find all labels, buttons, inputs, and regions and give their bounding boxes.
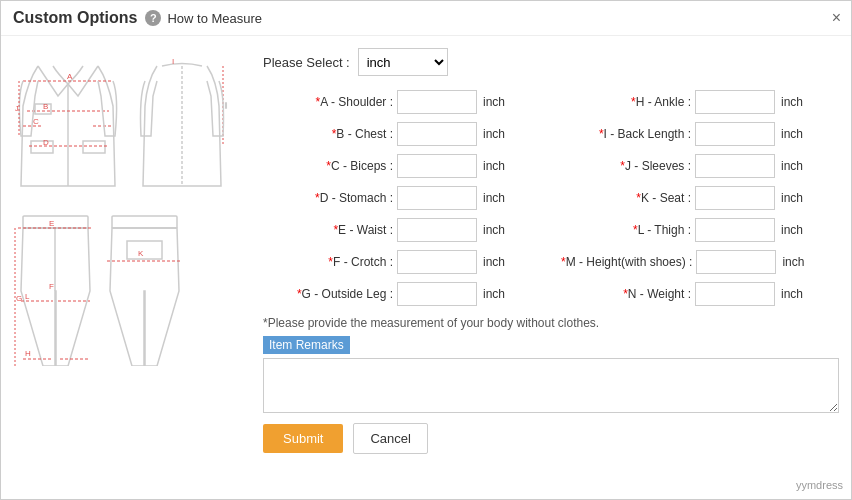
- field-label-K: *K - Seat :: [561, 191, 691, 205]
- field-input-A[interactable]: [397, 90, 477, 114]
- field-label-D: *D - Stomach :: [263, 191, 393, 205]
- field-label-F: *F - Crotch :: [263, 255, 393, 269]
- svg-text:D: D: [43, 138, 49, 147]
- field-label-A: *A - Shoulder :: [263, 95, 393, 109]
- modal-container: Custom Options ? How to Measure ×: [0, 0, 852, 500]
- field-input-I[interactable]: [695, 122, 775, 146]
- form-area: Please Select : inch cm *A - Shoulder : …: [253, 46, 839, 454]
- svg-rect-3: [83, 141, 105, 153]
- suit-bottom-row: E L H G F: [13, 211, 243, 366]
- field-input-C[interactable]: [397, 154, 477, 178]
- field-row-D: *D - Stomach : inch: [263, 186, 541, 210]
- field-row-E: *E - Waist : inch: [263, 218, 541, 242]
- field-input-H[interactable]: [695, 90, 775, 114]
- field-unit-C: inch: [483, 159, 505, 173]
- field-unit-L: inch: [781, 223, 803, 237]
- field-label-C: *C - Biceps :: [263, 159, 393, 173]
- jacket-front-svg: A B C D J: [13, 46, 123, 201]
- field-unit-I: inch: [781, 127, 803, 141]
- field-row-A: *A - Shoulder : inch: [263, 90, 541, 114]
- svg-text:I: I: [172, 57, 174, 66]
- suit-images: A B C D J: [13, 46, 243, 454]
- field-row-I: *I - Back Length : inch: [561, 122, 839, 146]
- svg-rect-2: [31, 141, 53, 153]
- field-unit-A: inch: [483, 95, 505, 109]
- field-row-M: *M - Height(with shoes) : inch: [561, 250, 839, 274]
- item-remarks-label: Item Remarks: [263, 336, 350, 354]
- measurements-grid: *A - Shoulder : inch *H - Ankle : inch *…: [263, 90, 839, 306]
- field-row-F: *F - Crotch : inch: [263, 250, 541, 274]
- field-unit-M: inch: [782, 255, 804, 269]
- field-row-K: *K - Seat : inch: [561, 186, 839, 210]
- field-input-B[interactable]: [397, 122, 477, 146]
- svg-text:G: G: [16, 294, 22, 303]
- close-button[interactable]: ×: [832, 9, 841, 27]
- field-unit-E: inch: [483, 223, 505, 237]
- help-icon[interactable]: ?: [145, 10, 161, 26]
- svg-rect-19: [23, 216, 88, 228]
- field-input-F[interactable]: [397, 250, 477, 274]
- field-row-B: *B - Chest : inch: [263, 122, 541, 146]
- svg-text:I: I: [225, 102, 227, 109]
- field-unit-F: inch: [483, 255, 505, 269]
- svg-text:C: C: [33, 117, 39, 126]
- field-label-G: *G - Outside Leg :: [263, 287, 393, 301]
- note-text: *Please provide the measurement of your …: [263, 316, 839, 330]
- field-row-G: *G - Outside Leg : inch: [263, 282, 541, 306]
- svg-text:L: L: [25, 292, 30, 301]
- please-select-label: Please Select :: [263, 55, 350, 70]
- svg-text:A: A: [67, 72, 73, 81]
- field-unit-H: inch: [781, 95, 803, 109]
- svg-text:H: H: [25, 349, 31, 358]
- field-unit-N: inch: [781, 287, 803, 301]
- field-input-N[interactable]: [695, 282, 775, 306]
- field-row-N: *N - Weight : inch: [561, 282, 839, 306]
- field-unit-B: inch: [483, 127, 505, 141]
- field-row-J: *J - Sleeves : inch: [561, 154, 839, 178]
- watermark: yymdress: [796, 479, 843, 491]
- jacket-back-svg: I I: [127, 46, 237, 201]
- unit-select-row: Please Select : inch cm: [263, 48, 839, 76]
- field-input-E[interactable]: [397, 218, 477, 242]
- field-input-G[interactable]: [397, 282, 477, 306]
- svg-rect-32: [112, 216, 177, 228]
- field-unit-G: inch: [483, 287, 505, 301]
- svg-text:J: J: [15, 105, 19, 112]
- svg-text:B: B: [43, 102, 48, 111]
- footer-row: Submit Cancel: [263, 423, 839, 454]
- field-input-D[interactable]: [397, 186, 477, 210]
- field-unit-J: inch: [781, 159, 803, 173]
- unit-select[interactable]: inch cm: [358, 48, 448, 76]
- remarks-textarea[interactable]: [263, 358, 839, 413]
- modal-title: Custom Options: [13, 9, 137, 27]
- field-label-B: *B - Chest :: [263, 127, 393, 141]
- field-input-K[interactable]: [695, 186, 775, 210]
- field-label-M: *M - Height(with shoes) :: [561, 255, 692, 269]
- pants-back-svg: K: [102, 211, 187, 366]
- field-label-H: *H - Ankle :: [561, 95, 691, 109]
- field-label-J: *J - Sleeves :: [561, 159, 691, 173]
- modal-body: A B C D J: [1, 36, 851, 464]
- cancel-button[interactable]: Cancel: [353, 423, 427, 454]
- modal-header: Custom Options ? How to Measure ×: [1, 1, 851, 36]
- field-input-L[interactable]: [695, 218, 775, 242]
- pants-front-svg: E L H G F: [13, 211, 98, 366]
- field-unit-D: inch: [483, 191, 505, 205]
- svg-text:F: F: [49, 282, 54, 291]
- field-input-J[interactable]: [695, 154, 775, 178]
- svg-text:E: E: [49, 219, 54, 228]
- field-label-L: *L - Thigh :: [561, 223, 691, 237]
- field-input-M[interactable]: [696, 250, 776, 274]
- field-row-C: *C - Biceps : inch: [263, 154, 541, 178]
- suit-top-row: A B C D J: [13, 46, 243, 201]
- how-to-measure-link[interactable]: How to Measure: [167, 11, 262, 26]
- field-row-L: *L - Thigh : inch: [561, 218, 839, 242]
- svg-text:K: K: [138, 249, 144, 258]
- field-label-I: *I - Back Length :: [561, 127, 691, 141]
- field-label-E: *E - Waist :: [263, 223, 393, 237]
- field-label-N: *N - Weight :: [561, 287, 691, 301]
- field-unit-K: inch: [781, 191, 803, 205]
- svg-rect-33: [127, 241, 162, 259]
- submit-button[interactable]: Submit: [263, 424, 343, 453]
- field-row-H: *H - Ankle : inch: [561, 90, 839, 114]
